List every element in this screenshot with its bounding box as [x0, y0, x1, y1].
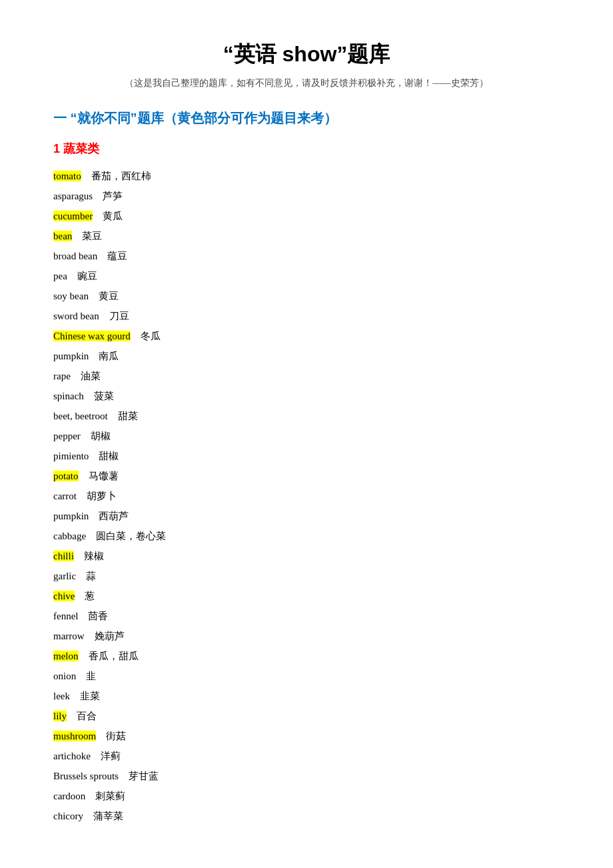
vocab-item: leek 韭菜 — [53, 686, 560, 706]
vocab-item: marrow 娩葫芦 — [53, 626, 560, 646]
vocab-english: bean — [53, 231, 72, 241]
vocab-chinese: 洋蓟 — [101, 751, 121, 761]
vocab-english: pimiento — [53, 451, 89, 461]
vocab-item: cabbage 圆白菜，卷心菜 — [53, 526, 560, 546]
vocab-chinese: 韭菜 — [80, 691, 100, 701]
vocab-item: artichoke 洋蓟 — [53, 746, 560, 766]
vocab-chinese: 菜豆 — [82, 231, 102, 241]
vocab-chinese: 辣椒 — [84, 551, 104, 561]
vocab-english: beet, beetroot — [53, 411, 108, 421]
vocab-item: melon 香瓜，甜瓜 — [53, 646, 560, 666]
vocab-item: Chinese wax gourd 冬瓜 — [53, 326, 560, 346]
vocab-english: soy bean — [53, 291, 89, 301]
vocab-chinese: 菠菜 — [94, 391, 114, 401]
vocab-english: cucumber — [53, 211, 93, 221]
vocab-chinese: 甜菜 — [118, 411, 138, 421]
vocab-english: pea — [53, 271, 67, 281]
vocab-chinese: 刺菜蓟 — [95, 791, 125, 801]
vocab-chinese: 街菇 — [106, 731, 126, 741]
vocab-item: garlic 蒜 — [53, 566, 560, 586]
vocab-english: chive — [53, 591, 75, 601]
vocab-english: lily — [53, 711, 67, 721]
vocab-chinese: 刀豆 — [109, 311, 129, 321]
vocab-item: carrot 胡萝卜 — [53, 486, 560, 506]
vocab-english: spinach — [53, 391, 84, 401]
vocab-chinese: 芽甘蓝 — [129, 771, 159, 781]
vocab-item: bean 菜豆 — [53, 226, 560, 246]
vocab-chinese: 蕴豆 — [107, 251, 127, 261]
vocab-item: rape 油菜 — [53, 366, 560, 386]
vocab-chinese: 胡萝卜 — [87, 491, 117, 501]
vocab-chinese: 娩葫芦 — [95, 631, 125, 641]
vocab-item: onion 韭 — [53, 666, 560, 686]
subtitle: （这是我自己整理的题库，如有不同意见，请及时反馈并积极补充，谢谢！——史荣芳） — [53, 77, 560, 89]
vocab-english: fennel — [53, 611, 78, 621]
category-heading: 1 蔬菜类 — [53, 141, 560, 157]
section-heading: 一 “就你不同”题库（黄色部分可作为题目来考） — [53, 109, 560, 127]
vocab-chinese: 冬瓜 — [141, 331, 161, 341]
vocab-english: garlic — [53, 571, 76, 581]
vocab-chinese: 南瓜 — [99, 351, 119, 361]
vocab-chinese: 芦笋 — [103, 191, 123, 201]
vocab-chinese: 西葫芦 — [99, 511, 129, 521]
vocab-chinese: 甜椒 — [99, 451, 119, 461]
vocab-item: cucumber 黄瓜 — [53, 206, 560, 226]
vocab-english: onion — [53, 671, 76, 681]
vocab-item: potato 马馓薯 — [53, 466, 560, 486]
vocab-item: cardoon 刺菜蓟 — [53, 786, 560, 806]
vocab-list: tomato 番茄，西红柿asparagus 芦笋cucumber 黄瓜bean… — [53, 166, 560, 826]
vocab-english: artichoke — [53, 751, 91, 761]
vocab-item: Brussels sprouts 芽甘蓝 — [53, 766, 560, 786]
vocab-english: tomato — [53, 171, 81, 181]
vocab-item: soy bean 黄豆 — [53, 286, 560, 306]
vocab-english: asparagus — [53, 191, 93, 201]
vocab-item: pumpkin 西葫芦 — [53, 506, 560, 526]
vocab-english: melon — [53, 651, 79, 661]
vocab-item: pepper 胡椒 — [53, 426, 560, 446]
vocab-item: chilli 辣椒 — [53, 546, 560, 566]
vocab-item: tomato 番茄，西红柿 — [53, 166, 560, 186]
vocab-chinese: 番茄，西红柿 — [91, 171, 151, 181]
vocab-item: pumpkin 南瓜 — [53, 346, 560, 366]
vocab-chinese: 豌豆 — [77, 271, 97, 281]
vocab-english: broad bean — [53, 251, 97, 261]
vocab-item: lily 百合 — [53, 706, 560, 726]
main-title: “英语 show”题库 — [53, 40, 560, 69]
vocab-item: broad bean 蕴豆 — [53, 246, 560, 266]
vocab-chinese: 油菜 — [81, 371, 101, 381]
vocab-item: fennel 茴香 — [53, 606, 560, 626]
vocab-chinese: 葱 — [85, 591, 95, 601]
vocab-english: cardoon — [53, 791, 85, 801]
vocab-item: sword bean 刀豆 — [53, 306, 560, 326]
vocab-english: rape — [53, 371, 71, 381]
vocab-english: pepper — [53, 431, 81, 441]
vocab-chinese: 香瓜，甜瓜 — [89, 651, 139, 661]
vocab-english: carrot — [53, 491, 77, 501]
vocab-english: marrow — [53, 631, 85, 641]
vocab-chinese: 蒜 — [86, 571, 96, 581]
vocab-item: spinach 菠菜 — [53, 386, 560, 406]
vocab-chinese: 百合 — [77, 711, 97, 721]
vocab-item: mushroom 街菇 — [53, 726, 560, 746]
vocab-english: chilli — [53, 551, 74, 561]
vocab-item: chicory 蒲莘菜 — [53, 806, 560, 826]
vocab-english: sword bean — [53, 311, 99, 321]
vocab-english: pumpkin — [53, 351, 89, 361]
vocab-item: asparagus 芦笋 — [53, 186, 560, 206]
vocab-item: pimiento 甜椒 — [53, 446, 560, 466]
vocab-chinese: 黄豆 — [99, 291, 119, 301]
vocab-english: Chinese wax gourd — [53, 331, 131, 341]
vocab-chinese: 茴香 — [88, 611, 108, 621]
vocab-english: cabbage — [53, 531, 86, 541]
vocab-english: pumpkin — [53, 511, 89, 521]
vocab-english: leek — [53, 691, 70, 701]
vocab-english: mushroom — [53, 731, 96, 741]
vocab-chinese: 韭 — [86, 671, 96, 681]
vocab-chinese: 圆白菜，卷心菜 — [96, 531, 166, 541]
vocab-item: pea 豌豆 — [53, 266, 560, 286]
vocab-chinese: 胡椒 — [91, 431, 111, 441]
vocab-english: potato — [53, 471, 79, 481]
vocab-chinese: 马馓薯 — [89, 471, 119, 481]
vocab-item: beet, beetroot 甜菜 — [53, 406, 560, 426]
vocab-english: chicory — [53, 811, 83, 821]
